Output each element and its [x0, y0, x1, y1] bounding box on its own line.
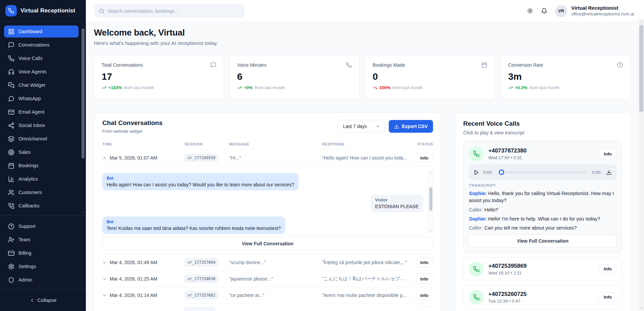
share-icon [8, 122, 14, 129]
stat-trend-suffix: from last month [392, 85, 423, 90]
brand-logo [5, 5, 17, 16]
stat-trend: +183% [108, 85, 122, 90]
stat-label: Bookings Made [373, 62, 405, 68]
search-input[interactable] [95, 5, 244, 17]
notifications-button[interactable] [539, 6, 550, 16]
scroll-down-icon[interactable] [429, 230, 432, 233]
download-recording-button[interactable] [606, 170, 612, 175]
table-row[interactable] [102, 304, 433, 311]
table-row[interactable]: Mar 5, 2026, 01:07 AM vr_177266559 "HI..… [102, 150, 433, 166]
sidebar-item-chat-widget[interactable]: Chat Widget [4, 79, 78, 91]
chat-section-title: Chat Conversations [102, 119, 162, 127]
transcript-line: Sophie: Hello, thank you for calling Vir… [469, 190, 616, 204]
voice-panel-subtitle: Click to play & view transcript [463, 130, 622, 135]
date-range-select[interactable]: Last 7 days [338, 120, 385, 133]
voice-call-card[interactable]: +40737872380 Wed 17:50 • 0:32 Info 0:00 … [463, 141, 622, 253]
sidebar-item-analytics[interactable]: Analytics [4, 173, 78, 185]
seek-handle[interactable] [499, 170, 504, 175]
chat-scrollbar[interactable] [428, 171, 433, 234]
table-row[interactable]: Mar 4, 2026, 01:49 AM vr_177257604 "scum… [102, 254, 433, 271]
sidebar-item-callbacks[interactable]: Callbacks [4, 200, 78, 212]
page-scrollbar[interactable] [639, 19, 644, 311]
sidebar-scrollbar[interactable] [81, 24, 85, 214]
transcript-label: TRANSCRIPT [469, 183, 616, 187]
sidebar-item-conversations[interactable]: Conversations [4, 39, 78, 51]
sidebar-item-omnichannel[interactable]: Omnichannel [4, 133, 78, 145]
message-text: ESTONIAN PLEASE [375, 204, 419, 209]
stat-value: 6 [237, 71, 352, 82]
sidebar-item-admin[interactable]: Admin [4, 274, 78, 286]
session-badge: vr_177266559 [184, 154, 218, 162]
view-full-conversation-button[interactable]: View Full Conversation [102, 237, 433, 251]
sidebar-item-label: WhatsApp [18, 96, 41, 101]
info-button[interactable]: Info [416, 290, 433, 300]
speaker-name: Sophie: [469, 191, 487, 196]
grid-icon [8, 28, 14, 35]
shield-icon [8, 277, 14, 283]
scrollbar-thumb[interactable] [429, 187, 432, 211]
transcript-line: Sophie: Hello! I'm here to help. What ca… [469, 215, 616, 223]
sidebar-item-voice-calls[interactable]: Voice Calls [4, 52, 78, 64]
voice-call-card[interactable]: +40725260725 Tue 12:39 • 0:47 Info [463, 285, 622, 309]
theme-toggle-button[interactable] [525, 6, 536, 16]
info-button[interactable]: Info [599, 149, 616, 159]
sidebar-item-email-agent[interactable]: Email Agent [4, 106, 78, 118]
play-button[interactable] [474, 170, 479, 175]
table-row[interactable]: Mar 4, 2026, 01:14 AM vr_177257662 "ce p… [102, 287, 433, 304]
session-badge: vr_177258030 [184, 275, 218, 283]
scroll-up-icon[interactable] [429, 172, 432, 175]
calendar-icon [481, 62, 487, 68]
scroll-up-icon[interactable] [82, 24, 85, 27]
sidebar-item-social-inbox[interactable]: Social Inbox [4, 119, 78, 131]
sidebar-item-customers[interactable]: Customers [4, 186, 78, 198]
scrollbar-thumb[interactable] [82, 28, 85, 159]
info-button[interactable]: Info [599, 292, 616, 302]
export-csv-button[interactable]: Export CSV [389, 120, 433, 133]
collapse-button[interactable]: Collapse [0, 290, 86, 311]
sidebar-item-label: Customers [18, 190, 42, 195]
visitor-message: Visitor ESTONIAN PLEASE [371, 195, 423, 212]
sidebar-item-bookings[interactable]: Bookings [4, 160, 78, 172]
sidebar-item-support[interactable]: Support [4, 220, 78, 232]
chevron-up-icon [102, 156, 107, 160]
sidebar-item-settings[interactable]: Settings [4, 260, 78, 272]
sidebar-item-sales[interactable]: Sales [4, 146, 78, 158]
user-name: Virtual Receptionist [571, 5, 634, 11]
chat-conversations-card: Chat Conversations From website widget L… [94, 112, 441, 311]
export-csv-label: Export CSV [402, 124, 428, 129]
info-button[interactable]: Info [416, 257, 433, 267]
row-response: "Înțeleg că prețurile pot părea ridicate… [322, 260, 414, 265]
transcript-text: Can you tell me more about your services… [484, 225, 577, 231]
chat-transcript-scroll[interactable]: Bot Hello again! How can I assist you to… [102, 168, 433, 234]
info-button[interactable]: Info [599, 264, 616, 274]
info-button[interactable]: Info [416, 274, 433, 284]
user-email: office@virtualreceptionist.com.ai [571, 11, 634, 17]
page-subtitle: Here's what's happening with your AI rec… [94, 40, 631, 46]
info-button[interactable]: Info [416, 153, 433, 163]
scroll-up-icon[interactable] [640, 21, 643, 24]
scroll-down-icon[interactable] [82, 211, 85, 214]
sidebar-item-whatsapp[interactable]: WhatsApp [4, 92, 78, 105]
mail-icon [8, 109, 14, 115]
stat-trend: 100% [379, 85, 390, 90]
bot-message: Bot Tere! Kuidas ma saan teid täna aidat… [102, 216, 285, 234]
scroll-down-icon[interactable] [640, 307, 643, 310]
sidebar-item-billing[interactable]: Billing [4, 247, 78, 259]
view-full-conversation-button[interactable]: View Full Conversation [469, 235, 616, 247]
seek-slider[interactable] [499, 171, 586, 173]
table-row[interactable]: Mar 4, 2026, 01:25 AM vr_177258030 "japa… [102, 271, 433, 287]
info-button[interactable] [416, 306, 433, 311]
avatar[interactable]: VR [555, 5, 567, 17]
sidebar-item-voice-agents[interactable]: Voice Agents [4, 66, 78, 78]
sidebar-item-label: Voice Calls [18, 56, 43, 61]
sidebar-item-team[interactable]: Team [4, 234, 78, 246]
sidebar-item-label: Social Inbox [18, 123, 45, 128]
row-message: "scump domne..." [229, 260, 322, 265]
topbar: VR Virtual Receptionist office@virtualre… [86, 0, 644, 22]
transcript-text: Hello? [484, 207, 498, 212]
speaker-name: Caller: [469, 225, 483, 231]
scrollbar-thumb[interactable] [639, 25, 643, 112]
speaker-name: Sophie: [469, 216, 487, 222]
sidebar-item-dashboard[interactable]: Dashboard [4, 25, 78, 38]
voice-call-card[interactable]: +40725395869 Wed 16:10 • 2:11 Info [463, 257, 622, 281]
